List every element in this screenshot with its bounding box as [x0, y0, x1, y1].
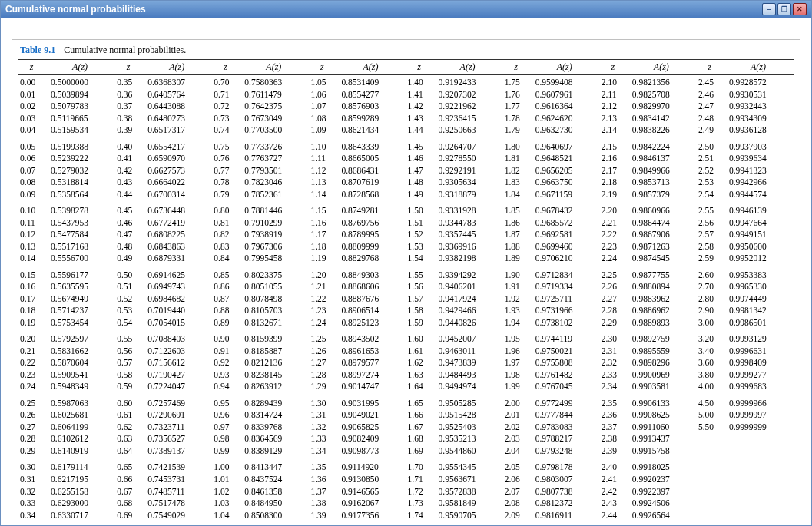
cell-z: 1.62: [406, 357, 434, 369]
table-column: 1.750.95994081.760.96079611.770.96163641…: [503, 77, 600, 525]
table-row: 1.960.9750021: [503, 346, 600, 358]
table-row: 0.620.7323711: [115, 422, 212, 434]
table-body: 0.000.50000000.010.50398940.020.50797830…: [18, 77, 794, 525]
table-row: 1.870.9692581: [503, 229, 600, 241]
table-row: 1.840.9671159: [503, 189, 600, 201]
table-row: 1.600.9452007: [406, 333, 503, 346]
cell-z: 2.52: [697, 165, 724, 177]
close-button[interactable]: ✕: [793, 3, 807, 15]
cell-a: 0.9599408: [531, 77, 600, 89]
table-row: 1.400.9192433: [406, 77, 503, 89]
cell-a: 0.5159534: [46, 124, 115, 137]
row-block: 0.350.63683070.360.64057640.370.64430880…: [115, 77, 212, 137]
cell-a: 0.9750021: [531, 346, 600, 358]
table-column: 0.700.75803630.710.76114790.720.76423750…: [212, 77, 309, 525]
cell-z: 2.10: [600, 77, 628, 89]
cell-z: 2.07: [503, 486, 531, 498]
minimize-button[interactable]: –: [762, 3, 776, 15]
table-row: 2.030.9788217: [503, 433, 600, 445]
cell-z: 0.89: [212, 317, 240, 329]
cell-z: 2.22: [600, 229, 628, 241]
cell-a: 0.9429466: [434, 305, 503, 317]
cell-z: 1.16: [309, 217, 336, 230]
cell-z: 1.25: [309, 333, 336, 346]
table-row: 1.580.9429466: [406, 305, 503, 317]
table-row: 0.610.7290691: [115, 409, 212, 422]
cell-a: 0.9930531: [724, 89, 794, 101]
table-row: 1.610.9463011: [406, 346, 503, 358]
cell-a: 0.9947664: [724, 217, 794, 230]
cell-a: 0.9834142: [628, 113, 697, 125]
table-row: 0.960.8314724: [212, 409, 309, 422]
cell-z: 2.54: [697, 189, 724, 201]
table-row: 1.740.9590705: [406, 510, 503, 522]
cell-z: 0.51: [115, 281, 143, 293]
content-area[interactable]: Table 9.1 Cumulative normal probabilitie…: [1, 18, 811, 525]
table-row: 1.350.9114920: [309, 461, 406, 474]
cell-a: 0.5079783: [46, 101, 115, 113]
cell-z: 1.75: [503, 77, 531, 89]
table-row: 0.510.6949743: [115, 281, 212, 293]
table-row: 0.560.7122603: [115, 346, 212, 358]
table-row: 0.040.5159534: [18, 124, 115, 137]
cell-z: 4.50: [697, 398, 724, 410]
cell-a: 0.6368307: [143, 77, 212, 89]
row-block: 2.100.98213562.110.98257082.120.98299702…: [600, 77, 697, 137]
table-row: 0.590.7224047: [115, 381, 212, 393]
cell-a: 0.6627573: [143, 165, 212, 177]
cell-a: 0.9829970: [628, 101, 697, 113]
restore-button[interactable]: ❐: [777, 3, 791, 15]
cell-a: 0.6984682: [143, 293, 212, 306]
titlebar: Cumulative normal probabilities – ❐ ✕: [1, 1, 811, 18]
cell-z: 0.37: [115, 101, 143, 113]
table-row: 1.520.9357445: [406, 229, 503, 241]
table-row: 5.000.9999997: [697, 409, 794, 422]
table-row: 3.200.9993129: [697, 333, 794, 346]
table-row: 0.180.5714237: [18, 305, 115, 317]
row-block: 4.500.99999665.000.99999975.500.9999999: [697, 398, 794, 434]
table-row: 0.720.7642375: [212, 101, 309, 113]
cell-a: 0.9616364: [531, 101, 600, 113]
table-row: 2.270.9883962: [600, 293, 697, 306]
cell-z: 0.80: [212, 205, 240, 217]
row-block: 1.900.97128341.910.97193341.920.97257111…: [503, 270, 600, 329]
cell-a: 0.9515428: [434, 409, 503, 422]
table-row: 2.200.9860966: [600, 205, 697, 217]
table-row: 0.490.6879331: [115, 253, 212, 265]
cell-a: 0.8413447: [240, 461, 309, 474]
cell-z: 1.23: [309, 305, 336, 317]
cell-z: 2.28: [600, 305, 628, 317]
cell-z: 0.06: [18, 153, 46, 165]
cell-z: 0.31: [18, 474, 46, 486]
cell-z: 2.21: [600, 217, 628, 230]
cell-z: 1.94: [503, 317, 531, 329]
table-row: 0.840.7995458: [212, 253, 309, 265]
cell-a: 0.9939634: [724, 153, 794, 165]
table-row: 1.640.9494974: [406, 381, 503, 393]
cell-z: 2.00: [503, 398, 531, 410]
cell-z: 2.08: [503, 498, 531, 510]
header-col-group: zA(z): [212, 60, 309, 74]
header-z: z: [309, 61, 335, 73]
cell-z: 0.53: [115, 305, 143, 317]
table-row: 2.250.9877755: [600, 270, 697, 282]
cell-a: 0.9886962: [628, 305, 697, 317]
cell-z: 0.78: [212, 177, 240, 189]
row-block: 1.550.93942921.560.94062011.570.94179241…: [406, 270, 503, 329]
cell-a: 0.9895559: [628, 346, 697, 358]
cell-a: 0.9544860: [434, 445, 503, 458]
cell-a: 0.5596177: [46, 270, 115, 282]
table-row: 0.440.6700314: [115, 189, 212, 201]
cell-a: 0.7642375: [240, 101, 309, 113]
cell-z: 1.10: [309, 141, 336, 154]
cell-a: 0.9744119: [531, 333, 600, 346]
table-row: 0.700.7580363: [212, 77, 309, 89]
cell-z: 1.53: [406, 241, 434, 253]
cell-z: 0.87: [212, 293, 240, 306]
table-row: 2.590.9952012: [697, 253, 794, 265]
cell-a: 0.9640697: [531, 141, 600, 154]
cell-a: 0.7995458: [240, 253, 309, 265]
row-block: 2.000.97724992.010.97778442.020.97830832…: [503, 398, 600, 458]
cell-z: 1.33: [309, 433, 336, 445]
cell-z: 1.52: [406, 229, 434, 241]
